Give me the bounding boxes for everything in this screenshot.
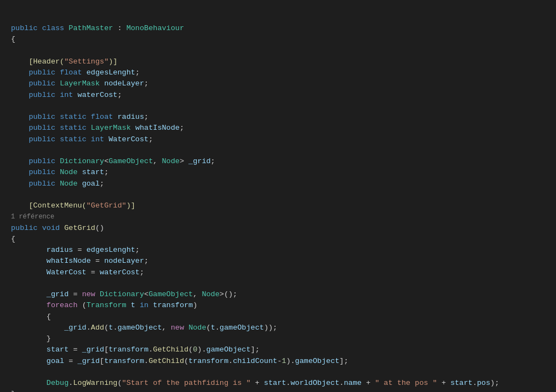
token-type: Node <box>60 168 77 176</box>
token-plain <box>55 180 60 188</box>
token-kw: class <box>42 24 65 32</box>
token-plain: = <box>68 345 82 354</box>
code-line: Debug.LogWarning("Start of the pathfidin… <box>11 378 556 389</box>
token-plain <box>78 180 82 188</box>
code-line: { <box>11 34 556 45</box>
token-plain: ; <box>144 257 148 265</box>
code-line: WaterCost = waterCost; <box>11 267 556 278</box>
token-kw: float <box>91 113 113 121</box>
token-plain <box>38 224 42 232</box>
token-kw: float <box>60 68 82 77</box>
token-plain <box>11 68 28 77</box>
token-var: goal <box>47 357 64 365</box>
token-type: MonoBehaviour <box>127 24 184 32</box>
token-kw: public <box>11 24 38 32</box>
code-line <box>11 278 556 289</box>
code-line: foreach (Transform t in transform) <box>11 300 556 311</box>
token-kw-ctrl: foreach <box>47 301 78 309</box>
token-var: start <box>264 379 286 387</box>
code-line: public Node start; <box>11 167 556 178</box>
token-var: _grid <box>78 357 100 365</box>
token-kw: public <box>28 135 55 143</box>
token-var: _grid <box>188 157 211 165</box>
token-plain <box>11 268 47 276</box>
token-plain: ; <box>117 91 122 99</box>
code-line: public static float radius; <box>11 112 556 123</box>
code-line: { <box>11 234 556 245</box>
token-var: _grid <box>47 290 69 298</box>
token-plain: ( <box>78 301 87 309</box>
token-plain: ]; <box>251 345 260 354</box>
token-plain: < <box>144 290 148 298</box>
token-plain: () <box>95 224 104 232</box>
token-plain: > <box>180 157 188 165</box>
token-plain <box>55 135 60 143</box>
token-plain <box>78 168 82 176</box>
token-var: nodeLayer <box>104 257 144 265</box>
code-line: _grid = new Dictionary<GameObject, Node>… <box>11 289 556 300</box>
code-line: public void GetGrid() <box>11 223 556 234</box>
token-plain: ); <box>490 379 499 387</box>
token-plain: + <box>362 379 375 387</box>
token-plain: ; <box>104 168 108 176</box>
code-line: public Node goal; <box>11 178 556 189</box>
token-plain <box>11 246 47 254</box>
token-var: start <box>47 345 69 354</box>
token-kw: public <box>28 168 55 176</box>
token-plain <box>87 124 91 132</box>
token-plain <box>11 79 28 88</box>
token-plain: : <box>113 24 126 32</box>
token-var: goal <box>82 180 100 188</box>
token-plain: } <box>11 335 51 343</box>
token-kw: int <box>60 91 73 99</box>
token-plain: + <box>437 379 450 387</box>
token-plain: . <box>215 324 220 332</box>
token-plain: ; <box>211 157 215 165</box>
code-line: public static LayerMask whatIsNode; <box>11 123 556 134</box>
code-line: } <box>11 389 556 392</box>
token-var: t <box>211 324 215 332</box>
token-plain: = <box>91 257 104 265</box>
token-plain: = <box>68 290 82 298</box>
token-plain <box>87 113 91 121</box>
token-plain: , <box>162 324 171 332</box>
token-var: radius <box>117 113 144 121</box>
code-line: { <box>11 312 556 322</box>
code-line <box>11 189 556 200</box>
code-line: [ContextMenu("GetGrid")] <box>11 200 556 211</box>
code-line: public float edgesLenght; <box>11 67 556 78</box>
token-plain <box>55 113 60 121</box>
code-line: [Header("Settings")] <box>11 56 556 67</box>
token-plain <box>100 79 104 88</box>
token-var: waterCost <box>78 91 118 99</box>
token-kw: public <box>28 180 55 188</box>
token-plain: ). <box>197 345 206 354</box>
code-line: public int waterCost; <box>11 90 556 101</box>
code-line: radius = edgesLenght; <box>11 245 556 256</box>
token-type: Node <box>60 180 77 188</box>
token-method: Add <box>91 324 104 332</box>
token-plain: { <box>11 313 51 321</box>
token-ref-hint: 1 référence <box>11 213 54 221</box>
token-plain: , <box>153 157 162 165</box>
token-var: nodeLayer <box>104 79 144 88</box>
token-var: start <box>82 168 105 176</box>
token-var: transform <box>104 357 144 365</box>
token-kw: void <box>42 224 60 232</box>
code-line: public static int WaterCost; <box>11 134 556 145</box>
token-type: Transform <box>87 301 127 309</box>
token-plain <box>127 301 131 309</box>
token-plain: ]; <box>340 357 348 365</box>
token-plain <box>55 68 60 77</box>
token-var: t <box>131 301 135 309</box>
token-plain <box>11 57 28 66</box>
token-plain: , <box>193 290 202 298</box>
token-plain <box>82 68 87 77</box>
token-kw: int <box>91 135 104 143</box>
token-var: childCount <box>233 357 277 365</box>
token-str: "GetGrid" <box>87 201 127 210</box>
token-plain <box>11 168 28 176</box>
token-plain: ; <box>100 180 104 188</box>
token-var: edgesLenght <box>87 246 135 254</box>
code-line <box>11 367 556 378</box>
